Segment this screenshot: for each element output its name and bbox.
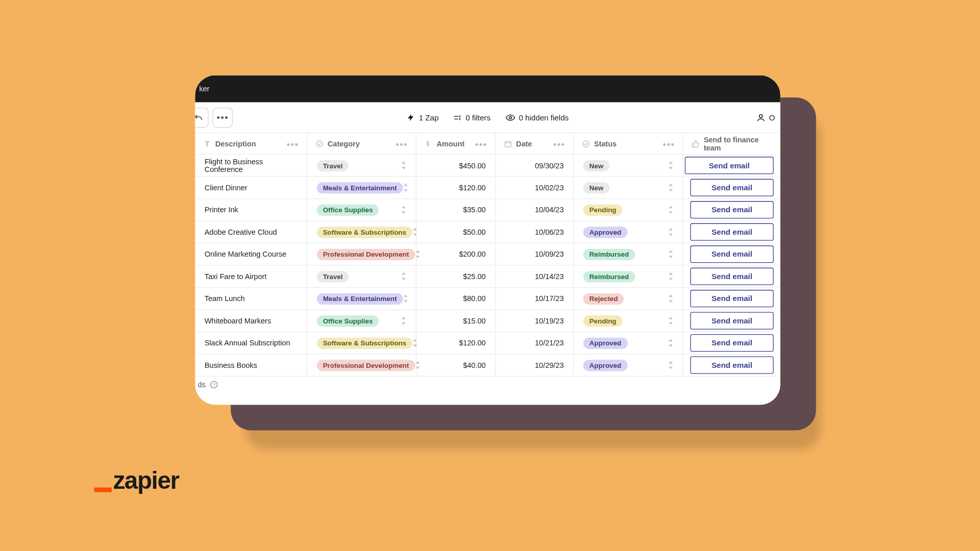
header-more-icon[interactable]: ••• [553, 138, 565, 149]
header-more-icon[interactable]: ••• [287, 138, 299, 149]
table-row[interactable]: Business BooksProfessional Development$4… [195, 355, 780, 377]
cell-status[interactable]: Pending [574, 199, 683, 220]
send-email-button[interactable]: Send email [690, 334, 773, 352]
cell-category[interactable]: Professional Development [307, 243, 416, 265]
sort-icon[interactable] [668, 184, 674, 192]
cell-amount[interactable]: $80.00 [416, 288, 496, 309]
cell-status[interactable]: New [574, 177, 683, 198]
sort-icon[interactable] [668, 294, 674, 303]
cell-date[interactable]: 10/04/23 [496, 199, 574, 220]
cell-date[interactable]: 10/19/23 [496, 310, 574, 332]
cell-category[interactable]: Travel [307, 155, 416, 176]
send-email-button[interactable]: Send email [690, 179, 773, 196]
send-email-button[interactable]: Send email [690, 312, 773, 330]
cell-description[interactable]: Online Marketing Course [195, 243, 307, 265]
sort-icon[interactable] [401, 161, 407, 169]
cell-status[interactable]: Rejected [574, 288, 683, 309]
sort-icon[interactable] [668, 361, 674, 369]
cell-date[interactable]: 10/06/23 [496, 221, 574, 243]
cell-status[interactable]: New [574, 155, 683, 176]
sort-icon[interactable] [668, 161, 674, 169]
header-date[interactable]: Date ••• [496, 133, 574, 154]
header-description[interactable]: Description ••• [195, 133, 307, 154]
header-status[interactable]: Status ••• [574, 133, 683, 154]
cell-category[interactable]: Software & Subscriptions [307, 332, 416, 354]
cell-date[interactable]: 10/21/23 [496, 332, 574, 354]
cell-amount[interactable]: $50.00 [416, 221, 496, 243]
cell-category[interactable]: Meals & Entertainment [307, 177, 416, 198]
sort-icon[interactable] [668, 317, 674, 325]
help-icon[interactable]: ? [210, 381, 218, 389]
cell-description[interactable]: Flight to Business Conference [195, 155, 307, 176]
cell-status[interactable]: Reimbursed [574, 266, 683, 287]
cell-amount[interactable]: $450.00 [416, 155, 496, 176]
send-email-button[interactable]: Send email [690, 223, 773, 241]
table-row[interactable]: Team LunchMeals & Entertainment$80.0010/… [195, 288, 780, 310]
cell-category[interactable]: Office Supplies [307, 310, 416, 332]
cell-description[interactable]: Team Lunch [195, 288, 307, 309]
cell-description[interactable]: Slack Annual Subscription [195, 332, 307, 354]
cell-date[interactable]: 10/17/23 [496, 288, 574, 309]
sort-icon[interactable] [401, 317, 407, 325]
table-row[interactable]: Flight to Business ConferenceTravel$450.… [195, 155, 780, 177]
sort-icon[interactable] [668, 228, 674, 236]
cell-category[interactable]: Software & Subscriptions [307, 221, 416, 243]
cell-date[interactable]: 10/02/23 [496, 177, 574, 198]
sort-icon[interactable] [668, 339, 674, 347]
send-email-button[interactable]: Send email [690, 268, 773, 285]
cell-status[interactable]: Approved [574, 355, 683, 376]
cell-status[interactable]: Approved [574, 221, 683, 243]
send-email-button[interactable]: Send email [690, 201, 773, 218]
cell-amount[interactable]: $15.00 [416, 310, 496, 332]
cell-description[interactable]: Business Books [195, 355, 307, 376]
table-row[interactable]: Client DinnerMeals & Entertainment$120.0… [195, 177, 780, 199]
cell-date[interactable]: 10/09/23 [496, 243, 574, 265]
zap-indicator[interactable]: 1 Zap [407, 113, 439, 121]
header-amount[interactable]: $ Amount ••• [416, 133, 496, 154]
sort-icon[interactable] [403, 294, 408, 303]
user-icon[interactable] [756, 113, 765, 122]
header-more-icon[interactable]: ••• [663, 138, 675, 149]
table-row[interactable]: Taxi Fare to AirportTravel$25.0010/14/23… [195, 266, 780, 288]
table-row[interactable]: Printer InkOffice Supplies$35.0010/04/23… [195, 199, 780, 221]
sort-icon[interactable] [668, 250, 674, 258]
cell-category[interactable]: Meals & Entertainment [307, 288, 416, 309]
more-button[interactable]: ••• [212, 107, 233, 128]
cell-description[interactable]: Whiteboard Markers [195, 310, 307, 332]
table-row[interactable]: Whiteboard MarkersOffice Supplies$15.001… [195, 310, 780, 332]
sort-icon[interactable] [401, 272, 407, 281]
hidden-fields-button[interactable]: 0 hidden fields [505, 113, 569, 122]
sort-icon[interactable] [401, 206, 407, 214]
cell-description[interactable]: Client Dinner [195, 177, 307, 198]
cell-amount[interactable]: $25.00 [416, 266, 496, 287]
filters-button[interactable]: 0 filters [453, 113, 491, 121]
cell-category[interactable]: Professional Development [307, 355, 416, 376]
cell-status[interactable]: Approved [574, 332, 683, 354]
cell-description[interactable]: Printer Ink [195, 199, 307, 220]
table-row[interactable]: Online Marketing CourseProfessional Deve… [195, 243, 780, 265]
header-more-icon[interactable]: ••• [475, 138, 487, 149]
cell-date[interactable]: 10/14/23 [496, 266, 574, 287]
table-row[interactable]: Slack Annual SubscriptionSoftware & Subs… [195, 332, 780, 354]
undo-button[interactable] [195, 107, 208, 128]
sort-icon[interactable] [668, 206, 674, 214]
cell-category[interactable]: Office Supplies [307, 199, 416, 220]
cell-amount[interactable]: $35.00 [416, 199, 496, 220]
cell-amount[interactable]: $120.00 [416, 332, 496, 354]
cell-category[interactable]: Travel [307, 266, 416, 287]
cell-date[interactable]: 10/29/23 [496, 355, 574, 376]
cell-amount[interactable]: $120.00 [416, 177, 496, 198]
cell-status[interactable]: Reimbursed [574, 243, 683, 265]
send-email-button[interactable]: Send email [685, 157, 774, 174]
cell-amount[interactable]: $200.00 [416, 243, 496, 265]
sort-icon[interactable] [403, 184, 408, 192]
cell-amount[interactable]: $40.00 [416, 355, 496, 376]
header-more-icon[interactable]: ••• [396, 138, 407, 149]
cell-date[interactable]: 09/30/23 [496, 155, 574, 176]
header-send[interactable]: Send to finance team [683, 133, 780, 154]
send-email-button[interactable]: Send email [690, 290, 773, 307]
cell-description[interactable]: Adobe Creative Cloud [195, 221, 307, 243]
cell-status[interactable]: Pending [574, 310, 683, 332]
send-email-button[interactable]: Send email [690, 357, 773, 374]
table-row[interactable]: Adobe Creative CloudSoftware & Subscript… [195, 221, 780, 243]
